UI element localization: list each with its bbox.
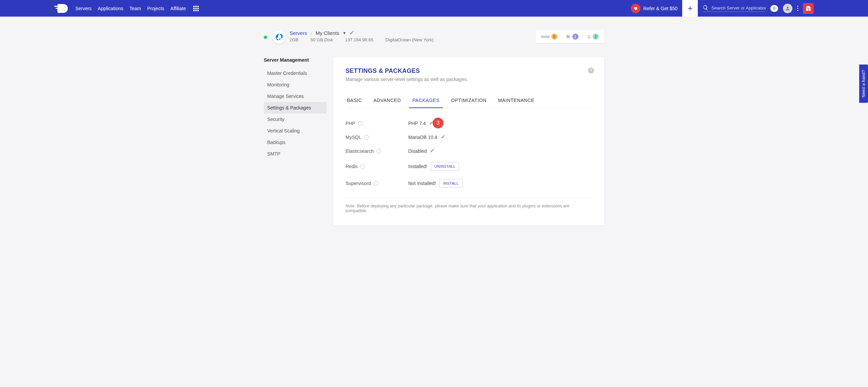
- more-menu-icon[interactable]: [797, 6, 798, 11]
- pkg-label: Supervisord: [346, 181, 371, 186]
- edit-pencil-icon[interactable]: [441, 134, 446, 140]
- callout-badge-3: 3: [433, 118, 443, 128]
- sidebar-item-master-credentials[interactable]: Master Credentials: [264, 67, 327, 79]
- user-avatar[interactable]: [783, 4, 792, 13]
- sidebar-item-vertical-scaling[interactable]: Vertical Scaling: [264, 125, 327, 137]
- search-box[interactable]: [703, 5, 766, 12]
- projects-count-badge: 1: [572, 34, 578, 40]
- package-row-supervisord: Supervisordi Not Installed! INSTALL: [346, 175, 592, 192]
- sidebar-item-monitoring[interactable]: Monitoring: [264, 79, 327, 90]
- pkg-value: Disabled: [408, 148, 427, 154]
- tab-optimization[interactable]: OPTIMIZATION: [450, 94, 488, 108]
- tab-packages[interactable]: PACKAGES: [411, 94, 441, 108]
- pkg-value: Installed!: [408, 164, 427, 169]
- heart-icon: [631, 4, 640, 13]
- nav-projects[interactable]: Projects: [147, 6, 164, 11]
- pkg-label: MySQL: [346, 135, 361, 140]
- server-ram: 2GB: [290, 37, 298, 42]
- server-disk: 50 GB Disk: [311, 37, 333, 42]
- provider-logo: [273, 31, 285, 44]
- folder-icon: [566, 34, 571, 39]
- pkg-value: PHP 7.4: [408, 121, 426, 126]
- info-icon[interactable]: i: [360, 164, 365, 169]
- package-row-redis: Redisi Installed! UNINSTALL: [346, 158, 592, 175]
- package-note: Note: Before deploying any particular pa…: [346, 204, 592, 213]
- sidebar: Server Management Master Credentials Mon…: [264, 57, 327, 160]
- main-nav: Servers Applications Team Projects Affil…: [75, 6, 186, 11]
- nav-servers[interactable]: Servers: [75, 6, 92, 11]
- info-icon[interactable]: i: [374, 181, 378, 186]
- tab-basic[interactable]: BASIC: [346, 94, 363, 108]
- server-header: Servers › My Clients ▼ 2GB 50 GB Disk 13…: [264, 30, 604, 44]
- server-ip: 137.184.98.65: [345, 37, 373, 42]
- breadcrumb-root[interactable]: Servers: [290, 30, 307, 36]
- nav-applications[interactable]: Applications: [98, 6, 123, 11]
- logo[interactable]: [54, 4, 68, 13]
- help-icon[interactable]: ?: [588, 67, 594, 74]
- pkg-label: PHP: [346, 121, 355, 126]
- pkg-label: Elasticsearch: [346, 148, 374, 154]
- info-icon[interactable]: i: [358, 121, 363, 126]
- package-row-mysql: MySQLi MariaDB 10.4: [346, 130, 592, 144]
- sidebar-title: Server Management: [264, 57, 327, 63]
- package-row-php: PHPi PHP 7.4 3: [346, 116, 592, 130]
- status-indicator: [264, 36, 267, 39]
- nav-affiliate[interactable]: Affiliate: [171, 6, 186, 11]
- sidebar-item-smtp[interactable]: SMTP: [264, 148, 327, 160]
- uninstall-button[interactable]: UNINSTALL: [431, 162, 459, 171]
- search-input[interactable]: [711, 5, 766, 11]
- dropdown-caret-icon[interactable]: ▼: [343, 31, 346, 35]
- pkg-value: MariaDB 10.4: [408, 135, 437, 140]
- install-button[interactable]: INSTALL: [439, 179, 462, 188]
- tabs: BASIC ADVANCED PACKAGES OPTIMIZATION MAI…: [346, 94, 592, 108]
- panel-title: SETTINGS & PACKAGES: [346, 67, 592, 75]
- panel-subtitle: Manage various server-level settings as …: [346, 77, 592, 82]
- apps-grid-icon[interactable]: [193, 6, 199, 11]
- info-icon[interactable]: i: [364, 135, 369, 140]
- gift-button[interactable]: [803, 3, 814, 14]
- summary-apps[interactable]: www 5: [541, 34, 557, 40]
- server-summary: www 5 1 2: [536, 30, 604, 43]
- package-row-elasticsearch: Elasticsearchi Disabled: [346, 144, 592, 158]
- user-icon: [587, 34, 591, 39]
- summary-users[interactable]: 2: [587, 34, 599, 40]
- summary-projects[interactable]: 1: [566, 34, 578, 40]
- chevron-right-icon: ›: [311, 30, 312, 36]
- apps-count-badge: 5: [551, 34, 557, 40]
- sidebar-item-manage-services[interactable]: Manage Services: [264, 90, 327, 102]
- users-count-badge: 2: [593, 34, 599, 40]
- help-tab[interactable]: Need a hand?: [859, 64, 868, 103]
- refer-button[interactable]: Refer & Get $50: [631, 4, 677, 13]
- search-icon: [703, 5, 709, 11]
- person-icon: [785, 6, 790, 11]
- info-icon[interactable]: i: [376, 149, 381, 154]
- settings-panel: ? SETTINGS & PACKAGES Manage various ser…: [333, 57, 604, 225]
- nav-team[interactable]: Team: [130, 6, 141, 11]
- tab-advanced[interactable]: ADVANCED: [372, 94, 402, 108]
- server-provider: DigitalOcean (New York): [386, 37, 434, 42]
- digitalocean-icon: [275, 33, 283, 41]
- sidebar-item-settings-packages[interactable]: Settings & Packages: [264, 102, 327, 114]
- edit-name-icon[interactable]: [350, 30, 354, 36]
- refer-label: Refer & Get $50: [643, 6, 677, 11]
- pkg-label: Redis: [346, 164, 358, 169]
- edit-pencil-icon[interactable]: [430, 148, 435, 154]
- gift-icon: [805, 5, 811, 12]
- topbar: Servers Applications Team Projects Affil…: [0, 0, 868, 17]
- pkg-value: Not Installed!: [408, 181, 436, 186]
- sidebar-item-security[interactable]: Security: [264, 114, 327, 125]
- server-name: My Clients: [316, 30, 339, 36]
- packages-list: PHPi PHP 7.4 3 MySQLi MariaDB 10.4 Ela: [346, 116, 592, 198]
- add-button[interactable]: +: [682, 0, 698, 17]
- tab-maintenance[interactable]: MAINTENANCE: [497, 94, 536, 108]
- www-label: www: [541, 34, 550, 39]
- sidebar-item-backups[interactable]: Backups: [264, 137, 327, 148]
- notification-count[interactable]: 0: [770, 5, 778, 12]
